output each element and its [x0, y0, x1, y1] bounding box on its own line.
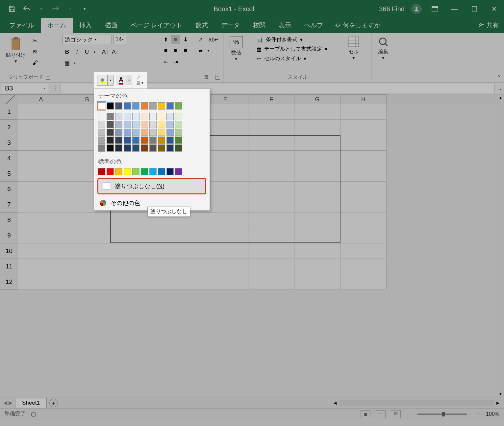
cell[interactable]: [248, 228, 294, 243]
color-swatch[interactable]: [98, 129, 105, 136]
color-swatch[interactable]: [141, 102, 148, 110]
cell[interactable]: [202, 213, 248, 228]
color-swatch[interactable]: [98, 113, 105, 120]
color-swatch[interactable]: [158, 168, 165, 175]
zoom-out-icon[interactable]: −: [406, 411, 409, 417]
color-swatch[interactable]: [124, 168, 131, 175]
color-swatch[interactable]: [124, 129, 131, 136]
cell[interactable]: [294, 166, 340, 182]
cell[interactable]: [18, 213, 64, 228]
tab-data[interactable]: データ: [214, 18, 246, 33]
color-swatch[interactable]: [107, 168, 114, 175]
color-swatch[interactable]: [175, 168, 182, 175]
sheet-tab[interactable]: Sheet1: [15, 398, 47, 408]
row-header[interactable]: 5: [0, 166, 18, 182]
color-swatch[interactable]: [158, 129, 165, 136]
undo-dropdown-icon[interactable]: ▾: [37, 5, 45, 13]
view-page-break-icon[interactable]: 凹: [391, 410, 401, 418]
tab-insert[interactable]: 挿入: [73, 18, 98, 33]
color-swatch[interactable]: [158, 137, 165, 144]
align-center-icon[interactable]: ≡: [171, 46, 180, 55]
merge-icon[interactable]: ⬌: [196, 46, 205, 55]
hscroll-left-icon[interactable]: ◀: [332, 401, 338, 405]
cell[interactable]: [18, 120, 64, 135]
cell[interactable]: [340, 213, 387, 228]
row-header[interactable]: 6: [0, 182, 18, 197]
cell[interactable]: [248, 166, 294, 182]
increase-indent-icon[interactable]: ⇥: [171, 57, 180, 66]
cell[interactable]: [340, 166, 387, 182]
cell[interactable]: [202, 243, 248, 259]
view-normal-icon[interactable]: ▦: [361, 410, 370, 418]
add-sheet-button[interactable]: ＋: [49, 399, 58, 407]
maximize-icon[interactable]: [468, 2, 481, 15]
color-swatch[interactable]: [166, 113, 174, 120]
align-middle-icon[interactable]: ≡: [171, 35, 180, 44]
decrease-font-icon[interactable]: A↓: [111, 47, 120, 57]
color-swatch[interactable]: [107, 144, 114, 152]
tab-formulas[interactable]: 数式: [189, 18, 214, 33]
color-swatch[interactable]: [107, 102, 114, 110]
scroll-down-icon[interactable]: ▼: [497, 390, 504, 397]
row-header[interactable]: 10: [0, 243, 18, 259]
color-swatch[interactable]: [158, 144, 165, 152]
color-swatch[interactable]: [141, 168, 148, 175]
cell[interactable]: [64, 259, 110, 274]
cells-button[interactable]: セル▾: [345, 35, 362, 62]
paste-button[interactable]: 貼り付け▾: [3, 35, 28, 65]
row-header[interactable]: 11: [0, 259, 18, 274]
fill-color-button[interactable]: ▾: [97, 75, 113, 86]
alignment-launcher-icon[interactable]: [215, 75, 220, 80]
row-header[interactable]: 1: [0, 104, 18, 120]
color-swatch[interactable]: [98, 102, 105, 110]
cell[interactable]: [248, 135, 294, 151]
vertical-scrollbar[interactable]: ▲ ▼: [497, 94, 504, 397]
color-swatch[interactable]: [124, 102, 131, 110]
zoom-in-icon[interactable]: ＋: [475, 411, 481, 417]
cell[interactable]: [18, 228, 64, 243]
color-swatch[interactable]: [115, 137, 122, 144]
cell[interactable]: [248, 182, 294, 197]
cell[interactable]: [294, 274, 340, 290]
color-swatch[interactable]: [124, 121, 131, 128]
color-swatch[interactable]: [107, 129, 114, 136]
phonetic-button[interactable]: ア亜 ▾: [135, 75, 143, 86]
color-swatch[interactable]: [175, 113, 182, 120]
cell[interactable]: [64, 228, 110, 243]
cell[interactable]: [294, 104, 340, 120]
row-header[interactable]: 12: [0, 274, 18, 290]
cell[interactable]: [64, 243, 110, 259]
color-swatch[interactable]: [124, 137, 131, 144]
color-swatch[interactable]: [132, 144, 139, 152]
color-swatch[interactable]: [115, 102, 122, 110]
cell[interactable]: [202, 259, 248, 274]
borders-button[interactable]: ▦: [63, 59, 72, 68]
share-button[interactable]: 共有: [473, 18, 504, 33]
color-swatch[interactable]: [141, 144, 148, 152]
cell[interactable]: [248, 197, 294, 213]
hscroll-right-icon[interactable]: ▶: [495, 401, 501, 405]
underline-button[interactable]: U: [82, 47, 91, 57]
row-header[interactable]: 7: [0, 197, 18, 213]
color-swatch[interactable]: [149, 137, 157, 144]
color-swatch[interactable]: [149, 121, 157, 128]
scroll-up-icon[interactable]: ▲: [497, 94, 504, 101]
redo-dropdown-icon[interactable]: ▾: [66, 5, 74, 13]
cell[interactable]: [248, 274, 294, 290]
cell[interactable]: [340, 243, 387, 259]
color-swatch[interactable]: [149, 113, 157, 120]
tab-home[interactable]: ホーム: [41, 18, 73, 33]
align-left-icon[interactable]: ≡: [161, 46, 170, 55]
cell[interactable]: [64, 213, 110, 228]
redo-icon[interactable]: [51, 5, 60, 13]
color-swatch[interactable]: [98, 137, 105, 144]
sheet-nav-next-icon[interactable]: ▶: [9, 400, 13, 406]
cell[interactable]: [294, 243, 340, 259]
zoom-slider[interactable]: [417, 413, 467, 415]
cell[interactable]: [340, 259, 387, 274]
sheet-nav-prev-icon[interactable]: ◀: [3, 400, 7, 406]
color-swatch[interactable]: [149, 168, 157, 175]
row-header[interactable]: 4: [0, 151, 18, 166]
color-swatch[interactable]: [158, 121, 165, 128]
color-swatch[interactable]: [115, 168, 122, 175]
